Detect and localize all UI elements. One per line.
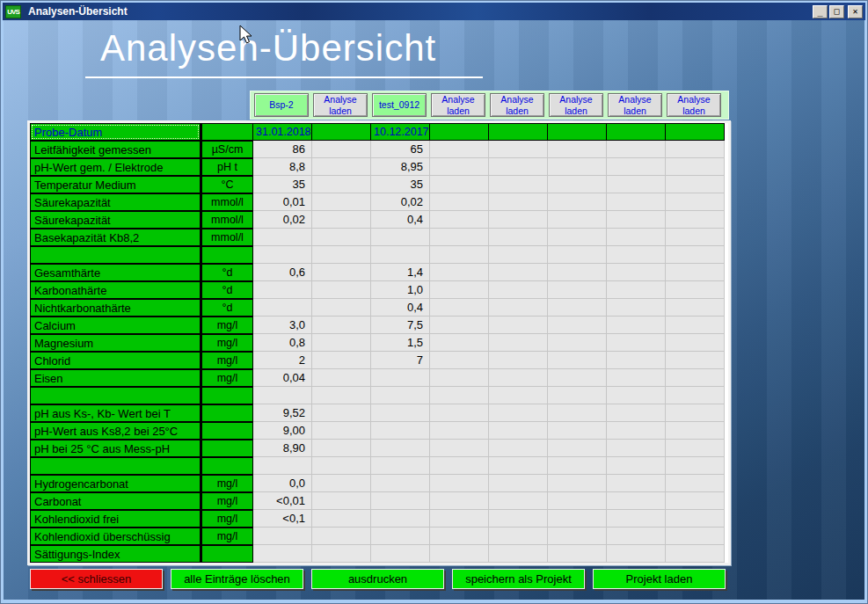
form-background: Analysen-Übersicht Bsp-2Analyse ladentes… <box>4 20 864 600</box>
value-cell <box>312 369 371 387</box>
value-cell <box>666 475 725 492</box>
column-button-strip: Bsp-2Analyse ladentest_0912Analyse laden… <box>250 91 729 120</box>
window-title: Analysen-Übersicht <box>28 5 813 18</box>
value-cell <box>548 281 607 299</box>
row-label <box>30 387 201 404</box>
value-cell <box>371 369 430 387</box>
value-cell <box>607 334 666 352</box>
analysis-table: Probe-Datum31.01.201810.12.2017Leitfähig… <box>27 120 731 565</box>
value-cell <box>548 334 607 352</box>
value-cell <box>548 229 607 246</box>
load-analysis-button[interactable]: Analyse laden <box>608 93 662 117</box>
value-cell <box>607 299 666 317</box>
load-analysis-button[interactable]: Analyse laden <box>431 93 485 117</box>
value-cell <box>666 141 725 158</box>
value-cell <box>548 422 607 440</box>
print-button[interactable]: ausdrucken <box>311 569 444 589</box>
value-cell <box>371 440 430 457</box>
value-cell: 7 <box>371 352 430 369</box>
maximize-button[interactable]: □ <box>829 5 844 18</box>
analysis-slot-button-test_0912[interactable]: test_0912 <box>372 93 427 117</box>
close-button[interactable]: ✕ <box>848 5 863 18</box>
value-cell <box>607 211 666 229</box>
value-cell: 7,5 <box>371 317 430 334</box>
row-unit: mg/l <box>201 510 253 528</box>
value-cell <box>253 387 312 404</box>
table-row: Sättigungs-Index <box>30 545 728 563</box>
value-cell <box>666 528 725 545</box>
row-unit: mg/l <box>201 475 253 492</box>
value-cell <box>666 422 725 440</box>
value-cell: 31.01.2018 <box>253 123 312 141</box>
load-analysis-button[interactable]: Analyse laden <box>549 93 603 117</box>
row-label: Carbonat <box>30 492 201 510</box>
value-cell: 0,02 <box>253 211 312 229</box>
save-as-project-button[interactable]: speichern als Projekt <box>452 569 585 589</box>
value-cell <box>607 246 666 264</box>
analysis-slot-button-Bsp-2[interactable]: Bsp-2 <box>254 93 309 117</box>
value-cell <box>548 193 607 211</box>
value-cell <box>548 141 607 158</box>
row-unit: mg/l <box>201 334 253 352</box>
row-label[interactable]: Probe-Datum <box>30 123 201 141</box>
value-cell <box>312 193 371 211</box>
value-cell <box>430 528 489 545</box>
value-cell <box>371 510 430 528</box>
value-cell: 0,8 <box>253 334 312 352</box>
row-label: Karbonathärte <box>30 281 201 299</box>
minimize-button[interactable]: _ <box>813 5 828 18</box>
value-cell: 0,01 <box>253 193 312 211</box>
row-label: Nichtkarbonathärte <box>30 299 201 317</box>
value-cell <box>548 475 607 492</box>
row-unit: mmol/l <box>201 193 253 211</box>
value-cell <box>430 404 489 422</box>
value-cell <box>548 246 607 264</box>
value-cell <box>548 123 607 141</box>
value-cell <box>666 369 725 387</box>
value-cell <box>371 528 430 545</box>
value-cell <box>253 545 312 563</box>
value-cell <box>548 317 607 334</box>
load-analysis-button[interactable]: Analyse laden <box>667 93 721 117</box>
delete-all-entries-button[interactable]: alle Einträge löschen <box>171 569 303 589</box>
value-cell <box>607 475 666 492</box>
row-label <box>30 457 201 475</box>
close-view-button[interactable]: << schliessen <box>30 569 163 589</box>
value-cell <box>312 404 371 422</box>
value-cell <box>548 299 607 317</box>
row-label <box>30 246 201 264</box>
value-cell <box>666 193 725 211</box>
value-cell <box>489 281 548 299</box>
value-cell <box>312 422 371 440</box>
value-cell <box>489 193 548 211</box>
value-cell <box>371 492 430 510</box>
table-row: Kohlendioxid überschüssigmg/l <box>30 528 728 545</box>
value-cell <box>548 264 607 281</box>
load-analysis-button[interactable]: Analyse laden <box>313 93 368 117</box>
value-cell: 35 <box>253 176 312 193</box>
load-analysis-button[interactable]: Analyse laden <box>490 93 544 117</box>
value-cell <box>666 281 725 299</box>
mouse-cursor <box>239 25 254 46</box>
value-cell <box>312 475 371 492</box>
value-cell <box>253 246 312 264</box>
row-label: Säurekapazität <box>30 211 201 229</box>
value-cell <box>489 123 548 141</box>
table-row: Calciummg/l3,07,5 <box>30 317 728 334</box>
row-unit: pH t <box>201 158 253 176</box>
value-cell <box>548 457 607 475</box>
value-cell <box>666 246 725 264</box>
table-row: Temperatur Medium°C3535 <box>30 176 728 193</box>
row-unit <box>201 246 253 264</box>
value-cell <box>489 387 548 404</box>
value-cell <box>607 123 666 141</box>
row-label: pH bei 25 °C aus Mess-pH <box>30 440 201 457</box>
value-cell <box>430 264 489 281</box>
value-cell <box>371 475 430 492</box>
load-project-button[interactable]: Projekt laden <box>593 569 726 589</box>
value-cell <box>548 510 607 528</box>
value-cell <box>666 317 725 334</box>
value-cell <box>253 528 312 545</box>
table-row: Karbonathärte°d1,0 <box>30 281 728 299</box>
value-cell: 8,95 <box>371 158 430 176</box>
